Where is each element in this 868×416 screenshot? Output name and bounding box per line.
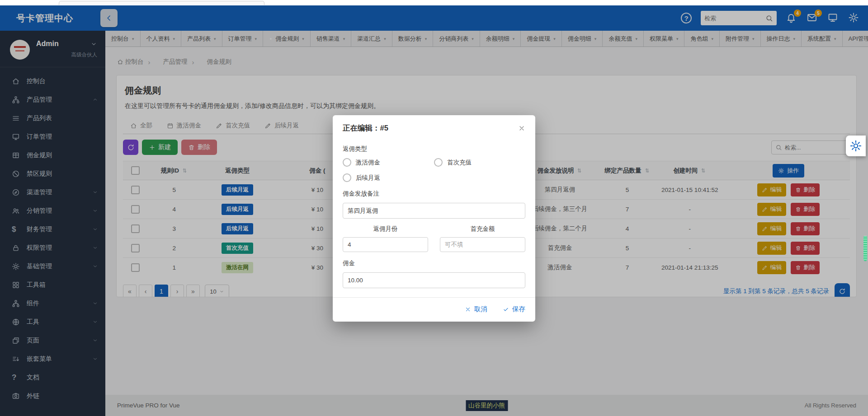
- radio-option[interactable]: 后续月返: [343, 173, 434, 182]
- config-panel-toggle[interactable]: [846, 136, 866, 156]
- type-field-label: 返佣类型: [343, 145, 525, 153]
- close-icon[interactable]: [518, 125, 525, 132]
- type-radio-group: 激活佣金 首次充值 后续月返: [343, 158, 525, 182]
- fee-input[interactable]: [343, 272, 525, 288]
- first-amount-field-label: 首充金额: [440, 225, 525, 233]
- radio-icon: [343, 158, 351, 167]
- month-field-label: 返佣月份: [343, 225, 428, 233]
- scrollbar-thumb[interactable]: [863, 236, 867, 261]
- remark-field-label: 佣金发放备注: [343, 190, 525, 198]
- modal-title: 正在编辑：#5: [343, 123, 388, 133]
- month-input[interactable]: [343, 237, 428, 252]
- app-root: 号卡管理中心 ? 4 5: [0, 0, 868, 416]
- radio-icon: [343, 173, 351, 182]
- times-icon: [465, 306, 471, 313]
- first-amount-input[interactable]: [440, 237, 525, 252]
- radio-label: 后续月返: [356, 174, 380, 182]
- radio-label: 首次充值: [447, 159, 472, 167]
- fee-field-label: 佣金: [343, 259, 525, 267]
- radio-icon: [434, 158, 443, 167]
- check-icon: [503, 306, 509, 313]
- edit-rule-modal: 正在编辑：#5 返佣类型 激活佣金 首次充值 后续月返 佣金发放备注: [333, 115, 535, 322]
- remark-input[interactable]: [343, 203, 525, 219]
- radio-option[interactable]: 首次充值: [434, 158, 525, 167]
- gear-icon: [849, 140, 862, 152]
- browser-tab-remnant: [59, 1, 264, 5]
- browser-top-strip: [0, 0, 868, 5]
- save-button[interactable]: 保存: [503, 305, 525, 313]
- cancel-button[interactable]: 取消: [465, 305, 487, 313]
- radio-option[interactable]: 激活佣金: [343, 158, 434, 167]
- radio-label: 激活佣金: [356, 159, 380, 167]
